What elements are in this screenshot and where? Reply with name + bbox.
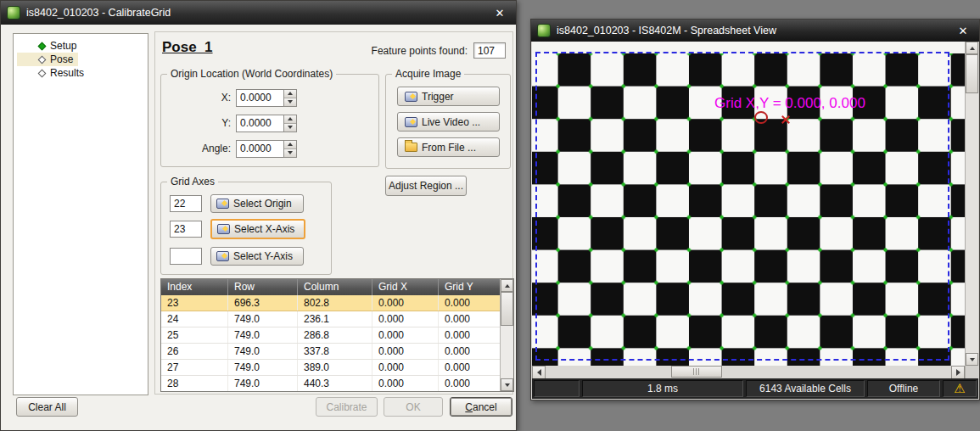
grid-xy-overlay-label: Grid X,Y = 0.000, 0.000 (714, 95, 865, 112)
diamond-icon (38, 55, 47, 64)
button-label: From File ... (422, 142, 476, 154)
select-icon (217, 224, 230, 234)
cell-column: 802.8 (298, 295, 372, 311)
origin-index-input[interactable] (170, 195, 202, 212)
calibrate-button: Calibrate (316, 397, 378, 417)
col-header-index[interactable]: Index (161, 279, 228, 295)
button-label: Trigger (422, 91, 454, 103)
tree-item-pose[interactable]: Pose (17, 53, 78, 66)
status-bar: 1.8 ms 6143 Available Cells Offline ⚠ (532, 378, 978, 399)
angle-row: Angle: (170, 139, 297, 158)
spin-up-icon[interactable] (284, 141, 296, 149)
image-canvas[interactable]: Grid X,Y = 0.000, 0.000 (532, 42, 978, 366)
scrollbar-thumb[interactable] (671, 366, 722, 378)
table-row[interactable]: 27 749.0 389.0 0.000 0.000 (161, 360, 500, 376)
calibrate-grid-window: is8402_010203 - CalibrateGrid ✕ Setup Po… (0, 0, 517, 431)
spin-down-icon[interactable] (284, 124, 296, 132)
y-label: Y: (170, 117, 231, 129)
scrollbar-track[interactable] (501, 326, 513, 378)
table-row[interactable]: 25 749.0 286.8 0.000 0.000 (161, 327, 500, 344)
close-icon[interactable]: ✕ (490, 4, 510, 21)
scrollbar-corner (965, 366, 978, 379)
cell-column: 236.1 (298, 311, 372, 327)
col-header-column[interactable]: Column (298, 279, 372, 295)
origin-marker-circle[interactable] (754, 111, 768, 124)
cell-row: 749.0 (228, 344, 298, 359)
x-spin-buttons (283, 89, 297, 107)
table-row[interactable]: 28 749.0 440.3 0.000 0.000 (161, 376, 500, 391)
table-vertical-scrollbar[interactable] (500, 279, 513, 391)
y-axis-row: Select Y-Axis (170, 247, 304, 266)
select-origin-button[interactable]: Select Origin (210, 194, 304, 213)
folder-icon (405, 143, 417, 152)
scrollbar-thumb[interactable] (966, 54, 978, 93)
cell-grid-y: 0.000 (439, 360, 500, 375)
scrollbar-track[interactable] (546, 366, 951, 379)
cell-row: 749.0 (228, 376, 298, 391)
warning-icon[interactable]: ⚠ (943, 380, 977, 397)
y-input[interactable] (236, 115, 283, 132)
button-label: Select X-Axis (234, 223, 294, 235)
col-header-grid-x[interactable]: Grid X (372, 279, 439, 295)
col-header-grid-y[interactable]: Grid Y (439, 279, 500, 295)
clear-all-button[interactable]: Clear All (16, 397, 78, 417)
scroll-down-icon[interactable] (501, 378, 513, 391)
spreadsheet-titlebar[interactable]: is8402_010203 - IS8402M - Spreadsheet Vi… (531, 20, 979, 42)
tree-item-results[interactable]: Results (17, 66, 89, 80)
diamond-icon (38, 42, 47, 50)
button-label: Cancel (465, 401, 496, 413)
available-cells-segment: 6143 Available Cells (746, 380, 865, 397)
table-row[interactable]: 24 749.0 236.1 0.000 0.000 (161, 311, 500, 327)
scrollbar-track[interactable] (966, 93, 978, 353)
scroll-right-icon[interactable] (951, 366, 965, 379)
cell-column: 337.8 (298, 344, 372, 359)
cell-row: 696.3 (228, 295, 298, 311)
table-row[interactable]: 23 696.3 802.8 0.000 0.000 (161, 295, 500, 311)
trigger-button[interactable]: Trigger (397, 87, 500, 106)
horizontal-scrollbar[interactable] (532, 366, 978, 379)
spin-down-icon[interactable] (284, 149, 296, 157)
x-axis-index-input[interactable] (170, 221, 202, 238)
table-body: Index Row Column Grid X Grid Y 23 696.3 … (161, 279, 500, 391)
vertical-scrollbar[interactable] (965, 42, 978, 366)
origin-marker-x-icon[interactable] (781, 115, 790, 124)
spin-up-icon[interactable] (284, 90, 296, 98)
from-file-button[interactable]: From File ... (397, 137, 500, 157)
cell-grid-x: 0.000 (372, 344, 439, 359)
feature-points-found: Feature points found: 107 (372, 42, 506, 59)
select-y-axis-button[interactable]: Select Y-Axis (210, 247, 304, 266)
scrollbar-thumb[interactable] (501, 292, 513, 326)
y-axis-index-input[interactable] (170, 248, 202, 265)
cell-row: 749.0 (228, 327, 298, 343)
button-label: Select Origin (233, 198, 292, 210)
scroll-up-icon[interactable] (501, 279, 513, 292)
adjust-region-button[interactable]: Adjust Region ... (385, 176, 467, 196)
x-input[interactable] (236, 89, 283, 107)
spin-down-icon[interactable] (284, 98, 296, 106)
execution-time-segment: 1.8 ms (582, 380, 743, 397)
table-row[interactable]: 26 749.0 337.8 0.000 0.000 (161, 344, 500, 360)
calibrate-grid-titlebar[interactable]: is8402_010203 - CalibrateGrid ✕ (1, 1, 516, 25)
cell-row: 749.0 (228, 360, 298, 375)
table-header: Index Row Column Grid X Grid Y (161, 279, 500, 295)
angle-input[interactable] (236, 140, 283, 158)
spin-up-icon[interactable] (284, 115, 296, 124)
group-title: Grid Axes (167, 176, 218, 188)
x-label: X: (170, 92, 231, 104)
cell-grid-x: 0.000 (372, 376, 439, 391)
cell-grid-x: 0.000 (372, 311, 439, 327)
cancel-button[interactable]: Cancel (450, 397, 512, 417)
cell-grid-x: 0.000 (372, 295, 439, 311)
scroll-up-icon[interactable] (966, 42, 978, 54)
scroll-down-icon[interactable] (966, 353, 978, 366)
close-icon[interactable]: ✕ (953, 22, 973, 39)
tree-item-setup[interactable]: Setup (17, 39, 81, 53)
select-icon (216, 251, 229, 261)
spreadsheet-view-window: is8402_010203 - IS8402M - Spreadsheet Vi… (530, 19, 980, 400)
col-header-row[interactable]: Row (228, 279, 298, 295)
button-label: Live Video ... (422, 116, 480, 128)
scroll-left-icon[interactable] (532, 366, 546, 379)
select-icon (216, 199, 229, 209)
live-video-button[interactable]: Live Video ... (397, 112, 500, 132)
select-x-axis-button[interactable]: Select X-Axis (210, 219, 305, 239)
